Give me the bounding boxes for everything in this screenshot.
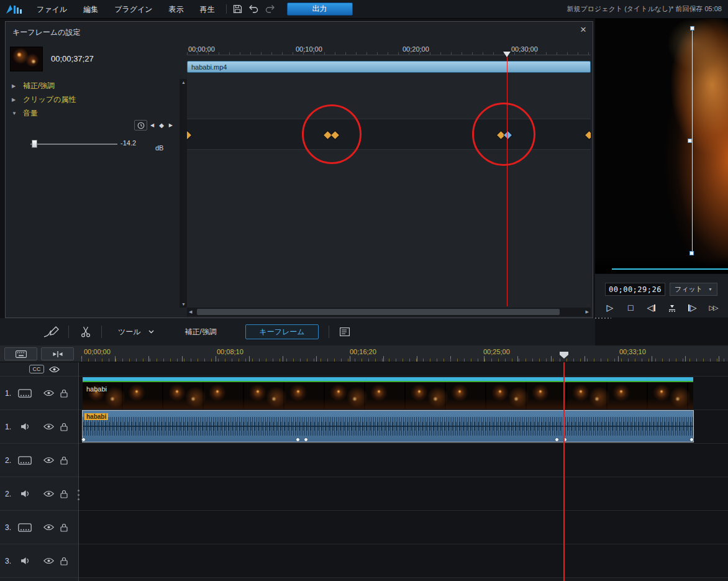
- menu-playback[interactable]: 再生: [192, 0, 223, 19]
- selection-handle[interactable]: [690, 26, 694, 30]
- scrollbar-thumb[interactable]: [197, 309, 560, 315]
- audio-keyframe-dot[interactable]: [555, 437, 559, 442]
- track-lane-audio-2[interactable]: [79, 477, 728, 511]
- chevron-down-icon: [148, 330, 154, 334]
- collapsed-arrow-icon[interactable]: ▶: [12, 97, 23, 103]
- lock-icon[interactable]: [60, 557, 68, 565]
- ruler-label: 00;00;00: [188, 45, 215, 53]
- close-icon[interactable]: ×: [580, 24, 586, 36]
- tree-item-label: 補正/強調: [23, 81, 55, 91]
- keyframe-diamond[interactable]: [585, 131, 591, 139]
- keyframe-diamond-current[interactable]: [504, 131, 512, 139]
- save-icon[interactable]: [230, 2, 246, 16]
- keyframe-diamond[interactable]: [324, 131, 332, 139]
- add-keyframe-icon[interactable]: ◆: [159, 122, 164, 129]
- eye-icon[interactable]: [43, 557, 54, 564]
- menu-view[interactable]: 表示: [161, 0, 192, 19]
- undo-icon[interactable]: [246, 2, 262, 16]
- scroll-up-icon[interactable]: ▲: [181, 80, 186, 85]
- panel-list-icon[interactable]: [337, 327, 353, 336]
- eye-icon[interactable]: [43, 390, 54, 396]
- keyframe-diamond[interactable]: [187, 131, 191, 139]
- tree-item-clip-attributes[interactable]: ▶ クリップの属性: [6, 93, 178, 106]
- preview-image: [595, 19, 728, 273]
- next-frame-icon: ▷: [690, 303, 697, 313]
- cc-track-header: CC: [0, 362, 78, 377]
- volume-keyframe-lane[interactable]: [187, 119, 591, 150]
- lock-icon[interactable]: [60, 523, 68, 532]
- toolbar-separator: [101, 326, 102, 338]
- selection-edge[interactable]: [692, 28, 693, 254]
- header-splitter-handle[interactable]: [76, 490, 81, 500]
- track-number: 1.: [5, 423, 16, 431]
- preview-progress-bar[interactable]: [612, 268, 728, 270]
- next-keyframe-icon[interactable]: ▶: [169, 122, 173, 128]
- selection-handle[interactable]: [689, 251, 694, 255]
- eye-icon[interactable]: [43, 457, 54, 464]
- keyboard-shortcut-button[interactable]: [4, 347, 37, 360]
- frame-bar: [654, 304, 655, 311]
- lock-icon[interactable]: [60, 490, 68, 498]
- lock-icon[interactable]: [60, 423, 68, 431]
- audio-keyframe-dot[interactable]: [296, 437, 300, 442]
- keyframe-button-active[interactable]: キーフレーム: [245, 324, 319, 339]
- zoom-mode-dropdown[interactable]: フィット ▼: [670, 283, 717, 296]
- tree-item-volume[interactable]: ▼ 音量: [6, 106, 178, 120]
- scroll-right-icon[interactable]: ▶: [586, 309, 589, 314]
- eye-icon[interactable]: [43, 490, 54, 497]
- next-frame-button[interactable]: ▷: [686, 301, 699, 314]
- keyframe-ruler[interactable]: 00;00;00 00;10;00 00;20;00 00;30;00: [187, 45, 591, 55]
- audio-keyframe-dot[interactable]: [81, 437, 86, 442]
- keyframe-timer-button[interactable]: [134, 120, 147, 130]
- scroll-left-icon[interactable]: ◀: [189, 309, 192, 314]
- keyframe-h-scrollbar[interactable]: ◀ ▶: [187, 308, 591, 316]
- track-lane-video-3[interactable]: [79, 511, 728, 544]
- track-header-video-2: 2.: [0, 444, 78, 477]
- snapshot-button[interactable]: [666, 301, 678, 314]
- menu-edit[interactable]: 編集: [75, 0, 106, 19]
- split-scissors-icon[interactable]: [76, 326, 95, 337]
- expanded-arrow-icon[interactable]: ▼: [12, 111, 23, 116]
- play-button[interactable]: ▷: [604, 301, 616, 314]
- fit-timeline-button[interactable]: [41, 347, 74, 360]
- cc-toggle[interactable]: CC: [29, 365, 44, 373]
- ruler-ticks[interactable]: 00;00;00 00;08;10 00;16;20 00;25;00 00;3…: [81, 345, 728, 362]
- audio-keyframe-dot[interactable]: [689, 437, 694, 442]
- timeline-ruler[interactable]: 00;00;00 00;08;10 00;16;20 00;25;00 00;3…: [0, 345, 728, 362]
- eye-icon[interactable]: [43, 524, 54, 531]
- previous-frame-icon: ◁: [647, 303, 653, 313]
- track-lane-video-2[interactable]: [79, 444, 728, 477]
- track-number: 3.: [5, 557, 16, 565]
- selection-handle[interactable]: [688, 139, 692, 143]
- audio-keyframe-dot[interactable]: [304, 437, 308, 442]
- output-button[interactable]: 出力: [287, 2, 353, 16]
- track-lane-audio-3[interactable]: [79, 544, 728, 578]
- video-clip[interactable]: hababi: [83, 377, 693, 409]
- fast-forward-button[interactable]: ▷▷: [707, 301, 719, 314]
- previous-keyframe-icon[interactable]: ◀: [150, 122, 154, 128]
- audio-clip[interactable]: hababi: [83, 411, 693, 442]
- panel-splitter-handle[interactable]: [595, 316, 611, 319]
- lock-icon[interactable]: [60, 389, 68, 398]
- preview-timecode[interactable]: 00;00;29;26: [605, 283, 665, 296]
- redo-icon[interactable]: [262, 2, 278, 16]
- previous-frame-button[interactable]: ◁: [645, 301, 657, 314]
- volume-slider-track[interactable]: [30, 144, 117, 145]
- menu-plugins[interactable]: プラグイン: [106, 0, 160, 19]
- fix-enhance-button[interactable]: 補正/強調: [185, 327, 217, 337]
- tree-item-fix-enhance[interactable]: ▶ 補正/強調: [6, 79, 178, 93]
- clip-bar[interactable]: hababi.mp4: [187, 61, 591, 73]
- collapsed-arrow-icon[interactable]: ▶: [12, 83, 23, 89]
- volume-slider-handle[interactable]: [32, 140, 37, 148]
- tools-dropdown[interactable]: ツール: [118, 327, 154, 337]
- playhead-marker[interactable]: [503, 52, 511, 57]
- keyframe-diamond[interactable]: [331, 131, 339, 139]
- lock-icon[interactable]: [60, 456, 68, 465]
- eye-icon[interactable]: [49, 366, 60, 373]
- design-tool-icon[interactable]: [41, 326, 62, 338]
- track-number: 2.: [5, 490, 16, 498]
- stop-button[interactable]: □: [624, 301, 637, 314]
- scroll-down-icon[interactable]: ▼: [181, 302, 186, 306]
- menu-file[interactable]: ファイル: [29, 0, 75, 19]
- eye-icon[interactable]: [43, 423, 54, 430]
